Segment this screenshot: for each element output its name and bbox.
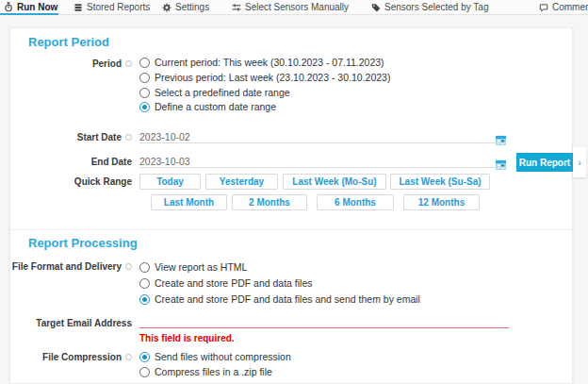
radio-icon-selected xyxy=(139,294,150,305)
radio-period-current-week[interactable]: Current period: This week (30.10.2023 - … xyxy=(139,56,384,69)
tab-label: Stored Reports xyxy=(87,2,150,12)
radio-label: View report as HTML xyxy=(155,261,247,273)
file-format-label: File Format and Delivery xyxy=(28,260,132,273)
radio-store-pdf-data[interactable]: Create and store PDF and data files xyxy=(139,276,313,290)
calendar-icon[interactable] xyxy=(496,132,506,149)
label-text: End Date xyxy=(91,157,132,167)
run-report-button[interactable]: Run Report xyxy=(516,153,573,172)
radio-label: Compress files in a .zip file xyxy=(155,366,272,377)
radio-icon xyxy=(139,278,150,289)
label-text: File Compression xyxy=(42,352,122,362)
radio-no-compression[interactable]: Send files without compression xyxy=(139,350,291,363)
radio-icon-selected xyxy=(139,352,150,362)
tab-sensors-selected-by-tag[interactable]: Sensors Selected by Tag xyxy=(371,0,488,14)
period-label: Period xyxy=(28,58,132,70)
radio-label: Create and store PDF and data files xyxy=(155,277,313,289)
tab-label: Select Sensors Manually xyxy=(245,2,349,12)
quick-range-6-months-button[interactable]: 6 Months xyxy=(317,194,394,210)
radio-period-custom-range[interactable]: Define a custom date range xyxy=(139,100,276,113)
validation-error-message: This field is required. xyxy=(139,333,235,343)
radio-label: Select a predefined date range xyxy=(155,87,290,98)
chevron-right-icon: › xyxy=(578,157,581,168)
radio-icon xyxy=(139,367,150,377)
quick-range-label: Quick Range xyxy=(28,175,132,188)
radio-label: Create and store PDF and data files and … xyxy=(155,293,420,305)
quick-range-last-month-button[interactable]: Last Month xyxy=(151,194,227,210)
info-icon[interactable] xyxy=(125,134,132,141)
sliders-icon xyxy=(232,3,241,12)
tab-label: Comments xyxy=(552,2,588,12)
radio-period-predefined-range[interactable]: Select a predefined date range xyxy=(139,86,290,99)
info-icon[interactable] xyxy=(125,354,132,360)
radio-icon xyxy=(139,58,150,68)
target-email-input[interactable] xyxy=(139,315,509,327)
radio-icon xyxy=(139,88,150,98)
label-text: Quick Range xyxy=(74,176,132,187)
tab-run-now[interactable]: Run Now xyxy=(4,0,57,14)
start-date-input[interactable] xyxy=(139,130,488,142)
radio-store-pdf-data-email[interactable]: Create and store PDF and data files and … xyxy=(139,292,420,306)
target-email-error-underline xyxy=(139,327,509,328)
radio-icon xyxy=(139,73,150,83)
radio-view-report-html[interactable]: View report as HTML xyxy=(139,260,247,274)
label-text: Start Date xyxy=(77,132,122,142)
start-date-label: Start Date xyxy=(28,131,132,143)
label-text: Period xyxy=(92,58,122,69)
radio-label: Previous period: Last week (23.10.2023 -… xyxy=(155,72,390,83)
database-icon xyxy=(74,3,83,12)
label-text: Target Email Address xyxy=(36,318,132,328)
comment-icon xyxy=(539,3,548,12)
file-compression-label: File Compression xyxy=(28,351,132,363)
end-date-input[interactable] xyxy=(139,155,488,167)
active-tab-indicator xyxy=(0,13,58,15)
tag-icon xyxy=(371,3,381,12)
stopwatch-icon xyxy=(4,2,13,12)
label-text: File Format and Delivery xyxy=(12,261,122,272)
tab-label: Sensors Selected by Tag xyxy=(384,2,488,12)
tab-settings[interactable]: Settings xyxy=(162,0,209,14)
calendar-icon[interactable] xyxy=(496,157,506,174)
tab-label: Settings xyxy=(175,2,209,12)
quick-range-last-week-su-sa-button[interactable]: Last Week (Su-Sa) xyxy=(390,174,490,190)
panel-collapse-handle[interactable]: › xyxy=(573,147,586,177)
quick-range-today-button[interactable]: Today xyxy=(139,174,201,190)
gear-icon xyxy=(162,3,172,12)
target-email-label: Target Email Address xyxy=(28,317,132,329)
info-icon[interactable] xyxy=(125,263,132,270)
quick-range-2-months-button[interactable]: 2 Months xyxy=(232,194,307,210)
quick-range-last-week-mo-su-button[interactable]: Last Week (Mo-Su) xyxy=(283,174,386,190)
quick-range-12-months-button[interactable]: 12 Months xyxy=(403,194,480,210)
report-processing-heading: Report Processing xyxy=(28,236,138,250)
radio-label: Current period: This week (30.10.2023 - … xyxy=(155,57,384,68)
section-divider xyxy=(10,229,572,230)
radio-icon-selected xyxy=(139,102,150,112)
radio-zip-compression[interactable]: Compress files in a .zip file xyxy=(139,365,272,378)
radio-icon xyxy=(139,262,150,273)
end-date-underline xyxy=(139,167,506,168)
report-period-heading: Report Period xyxy=(28,35,109,49)
start-date-underline xyxy=(139,142,506,143)
radio-label: Define a custom date range xyxy=(155,101,276,112)
tab-stored-reports[interactable]: Stored Reports xyxy=(74,0,150,14)
tab-bar: Run Now Stored Reports Settings Select S… xyxy=(0,0,588,15)
end-date-label: End Date xyxy=(28,156,132,168)
radio-label: Send files without compression xyxy=(155,351,291,362)
radio-period-previous-week[interactable]: Previous period: Last week (23.10.2023 -… xyxy=(139,71,390,84)
quick-range-yesterday-button[interactable]: Yesterday xyxy=(205,174,278,190)
tab-label: Run Now xyxy=(17,2,57,12)
tab-comments[interactable]: Comments xyxy=(539,0,588,14)
info-icon[interactable] xyxy=(125,60,132,67)
tab-select-sensors-manually[interactable]: Select Sensors Manually xyxy=(232,0,349,14)
